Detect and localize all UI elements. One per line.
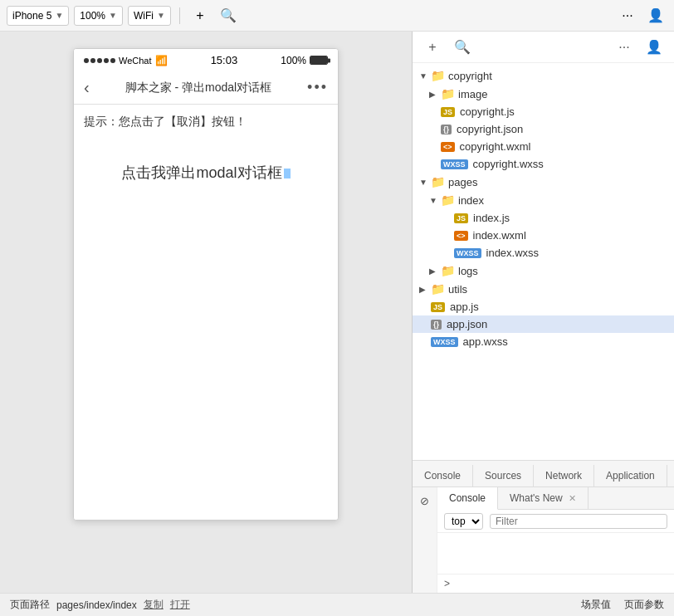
search-button[interactable]: 🔍 [217, 6, 240, 26]
copy-link[interactable]: 复制 [144, 598, 164, 612]
tree-item-index-folder[interactable]: ▼ 📁 index [413, 191, 674, 209]
tree-item-app-js[interactable]: JS app.js [413, 298, 674, 315]
tree-item-copyright-js[interactable]: JS copyright.js [413, 103, 674, 120]
bottom-content: ⊘ Console What's New ✕ [413, 487, 674, 593]
copyright-json-label: copyright.json [457, 123, 523, 135]
search-icon: 🔍 [220, 7, 237, 23]
console-sub-tabs: Console What's New ✕ [437, 487, 674, 510]
search-files-icon: 🔍 [454, 39, 471, 55]
tree-item-image[interactable]: ▶ 📁 image [413, 85, 674, 103]
tab-sources[interactable]: Sources [473, 465, 534, 486]
tree-item-copyright[interactable]: ▼ 📁 copyright [413, 66, 674, 85]
back-button[interactable]: ‹ [84, 78, 90, 97]
chevron-down-icon: ▼ [429, 196, 437, 205]
tree-item-logs[interactable]: ▶ 📁 logs [413, 262, 674, 280]
tree-item-index-js[interactable]: JS index.js [413, 209, 674, 227]
wifi-icon: 📶 [155, 55, 168, 66]
scene-value-label: 场景值 [581, 598, 611, 612]
tab-application[interactable]: Application [594, 465, 667, 486]
network-label: WiFi [134, 10, 154, 22]
sub-tab-console[interactable]: Console [437, 487, 498, 510]
phone-time: 15:03 [211, 54, 238, 66]
wxml-badge: <> [454, 231, 468, 241]
folder-icon: 📁 [431, 69, 445, 82]
phone-content: 提示：您点击了【取消】按钮！ 点击我弹出modal对话框 [74, 105, 338, 520]
sub-tab-whatsnew[interactable]: What's New ✕ [498, 487, 589, 509]
collapse-button[interactable]: 👤 [644, 37, 664, 57]
phone-status-bar: WeChat 📶 15:03 100% [74, 49, 338, 71]
app-json-label: app.json [447, 318, 487, 330]
logs-label: logs [458, 265, 478, 277]
index-folder-label: index [458, 194, 484, 207]
add-file-button[interactable]: + [422, 37, 442, 57]
hint-text: 提示：您点击了【取消】按钮！ [84, 115, 328, 130]
battery-fill [310, 56, 327, 64]
top-toolbar: iPhone 5 ▼ 100% ▼ WiFi ▼ + 🔍 ··· 👤 [0, 0, 674, 32]
status-left: WeChat 📶 [84, 55, 168, 66]
page-params-label: 页面参数 [624, 598, 664, 612]
nav-more-button[interactable]: ••• [307, 79, 328, 96]
json-badge: {} [441, 125, 452, 134]
nav-title: 脚本之家 - 弹出modal对话框 [125, 81, 272, 95]
index-wxss-label: index.wxss [486, 247, 540, 259]
more-icon: ··· [622, 8, 632, 23]
chevron-down-icon: ▼ [419, 178, 427, 187]
tree-item-copyright-wxml[interactable]: <> copyright.wxml [413, 138, 674, 155]
tree-item-utils[interactable]: ▶ 📁 utils [413, 280, 674, 298]
console-input-area: Console What's New ✕ top [437, 487, 674, 593]
search-file-button[interactable]: 🔍 [452, 37, 472, 57]
chevron-right-icon: ▶ [429, 266, 437, 276]
index-wxml-label: index.wxml [473, 229, 526, 242]
tab-network[interactable]: Network [534, 465, 594, 486]
battery-icon [310, 56, 328, 65]
profile-icon: 👤 [647, 7, 664, 23]
tree-item-copyright-wxss[interactable]: WXSS copyright.wxss [413, 155, 674, 173]
tree-item-index-wxss[interactable]: WXSS index.wxss [413, 244, 674, 262]
block-icon[interactable]: ⊘ [417, 492, 433, 509]
more-button[interactable]: ··· [616, 6, 639, 26]
context-selector[interactable]: top [444, 513, 483, 530]
tree-item-pages[interactable]: ▼ 📁 pages [413, 173, 674, 191]
js-badge: JS [441, 107, 455, 117]
copyright-wxml-label: copyright.wxml [460, 140, 531, 153]
signal-dot-1 [84, 58, 89, 63]
file-tree: ▼ 📁 copyright ▶ 📁 image JS copyright.js … [413, 63, 674, 460]
zoom-selector[interactable]: 100% ▼ [74, 6, 123, 26]
utils-label: utils [448, 283, 467, 296]
tree-item-app-wxss[interactable]: WXSS app.wxss [413, 333, 674, 350]
open-link[interactable]: 打开 [170, 598, 190, 612]
folder-icon: 📁 [431, 282, 445, 296]
status-bar-right: 场景值 页面参数 [581, 598, 664, 612]
bottom-panel: Console Sources Network Application ⊘ [413, 460, 674, 593]
bottom-tab-bar: Console Sources Network Application [413, 461, 674, 487]
network-selector[interactable]: WiFi ▼ [128, 6, 171, 26]
path-value: pages/index/index [56, 599, 137, 611]
wxss-badge: WXSS [454, 248, 481, 258]
signal-dot-3 [97, 58, 102, 63]
chevron-right-icon: ▶ [419, 285, 427, 294]
device-selector[interactable]: iPhone 5 ▼ [7, 6, 69, 26]
filter-input[interactable] [490, 514, 667, 529]
folder-icon: 📁 [441, 264, 455, 277]
status-right: 100% [281, 55, 328, 66]
chevron-right-icon: ▶ [429, 90, 437, 99]
tree-item-index-wxml[interactable]: <> index.wxml [413, 227, 674, 244]
tree-item-app-json[interactable]: {} app.json [413, 315, 674, 333]
right-panel: + 🔍 ··· 👤 ▼ 📁 copyright ▶ 📁 image [413, 32, 674, 593]
tree-item-copyright-json[interactable]: {} copyright.json [413, 120, 674, 138]
copyright-js-label: copyright.js [460, 105, 515, 118]
main-area: WeChat 📶 15:03 100% ‹ 脚本之家 - 弹出modal对话框 … [0, 32, 674, 593]
app-js-label: app.js [450, 301, 479, 313]
tab-close-icon[interactable]: ✕ [569, 493, 576, 503]
add-button[interactable]: + [188, 6, 212, 26]
tab-console[interactable]: Console [413, 465, 473, 486]
more-file-button[interactable]: ··· [614, 37, 634, 57]
profile-button[interactable]: 👤 [644, 6, 667, 26]
cursor-indicator [284, 169, 291, 178]
js-badge: JS [431, 302, 445, 312]
wechat-icon: WeChat [119, 56, 152, 66]
prompt-arrow-icon: > [444, 578, 450, 589]
folder-icon: 📁 [441, 87, 455, 100]
click-modal-button[interactable]: 点击我弹出modal对话框 [84, 154, 328, 191]
copyright-wxss-label: copyright.wxss [473, 158, 544, 170]
